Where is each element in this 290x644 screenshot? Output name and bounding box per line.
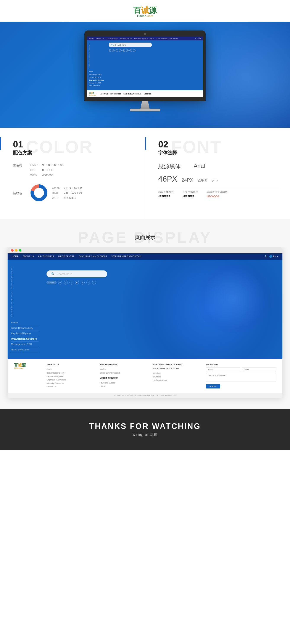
social-icon-tw[interactable]: t <box>129 49 132 52</box>
color-num: 01 <box>13 139 134 150</box>
footer-about-ceo[interactable]: Message from CEO <box>47 382 93 385</box>
screen-nav-key[interactable]: KEY BUSINESS <box>107 38 118 39</box>
sidebar-item-profile[interactable]: Profile <box>89 70 105 73</box>
browser-nav-about[interactable]: ABOUT US <box>23 255 34 258</box>
browser-nav-right: 🔍 🌐 EN ▾ <box>264 255 278 258</box>
social-icon-fb2[interactable]: f <box>133 49 135 52</box>
browser-search-bar[interactable]: 🔍 Search here <box>47 270 107 277</box>
secondary-color-row: 辅助色 CMYK8：71：62：0 RGB236：109：86 WEB#EC6D… <box>13 184 134 202</box>
monitor-stand-area <box>84 101 206 116</box>
social-fb2[interactable]: f <box>92 280 96 284</box>
sidebar-item-social[interactable]: Social Responsibility <box>89 73 105 76</box>
browser-inner: HOME ABOUT US KEY BUSINESS MEDIA CENTER … <box>8 253 282 359</box>
primary-color-info: CMYK93：88：89：80 RGB0：0：0 WEB#000000 <box>30 162 134 178</box>
social-icon-contact[interactable]: C <box>109 49 111 52</box>
social-icon-in[interactable]: in <box>112 49 115 52</box>
sidebar-org[interactable]: Organization Structure <box>11 336 39 342</box>
social-icon-yt[interactable]: ▶ <box>123 49 125 52</box>
browser-nav-global[interactable]: BAICHENGYUAN GLOBALE <box>79 255 107 258</box>
social-icon-fb[interactable]: f <box>116 49 118 52</box>
font-color-body: 正文字体颜色 #FFFFFF <box>182 190 198 198</box>
monitor-base <box>130 109 160 111</box>
footer-design: DESIGNIA BY LOGO VIP <box>156 394 176 396</box>
footer-about: ABOUT US Profile Social Responsibility K… <box>47 363 93 388</box>
browser-dot-red[interactable] <box>11 249 14 252</box>
sidebar-profile[interactable]: Profile <box>11 320 39 325</box>
footer-about-contact[interactable]: Contact Us <box>47 385 93 388</box>
social-tw[interactable]: t <box>86 280 90 284</box>
thanks-title: THANKS FOR WATCHING <box>0 422 290 431</box>
logo: 百诚源 100iec.com <box>133 6 157 18</box>
browser-dot-green[interactable] <box>19 249 22 252</box>
footer-name-input[interactable] <box>206 368 240 372</box>
sidebar-news[interactable]: News and Events <box>11 347 39 352</box>
social-icon-li[interactable]: in <box>126 49 129 52</box>
bottom-nav-key[interactable]: KEY BUSINESS <box>110 93 121 95</box>
social-yt[interactable]: ▶ <box>75 280 79 284</box>
footer-about-org[interactable]: Organization Structure <box>47 378 93 382</box>
footer-phone-input[interactable] <box>242 368 276 372</box>
footer-baichengyuan-title: BAICHENGYUAN GLOBAL <box>153 363 199 366</box>
font-content: 02 字体选择 思源黑体 Arial 46PX 24PX 20PX 14PX 标… <box>158 139 279 198</box>
sidebar-vert-label: LISTEN TO YOUR HEART THINK MORE DEEPLY <box>89 44 90 68</box>
footer-media-digital[interactable]: Digital <box>100 384 147 388</box>
footer-key-global[interactable]: Global Optimal Product <box>100 371 147 375</box>
footer-about-facts[interactable]: Key Facts&Figures <box>47 375 93 378</box>
footer-key-medical[interactable]: Medical <box>100 368 147 371</box>
thanks-section: THANKS FOR WATCHING wangjian网建 <box>0 409 290 450</box>
sidebar-item-org[interactable]: Organization Structure <box>89 79 105 82</box>
social-li2[interactable]: in <box>81 280 85 284</box>
bottom-nav-about[interactable]: ABOUT US <box>100 93 108 95</box>
primary-color-label: 主色调 <box>13 162 30 167</box>
bottom-nav-message[interactable]: MESSAGE <box>144 93 151 95</box>
social-gplus[interactable]: + <box>70 280 73 284</box>
browser-nav-key[interactable]: KEY BUSINESS <box>38 255 54 258</box>
sidebar-ceo[interactable]: Message from CEO <box>11 342 39 347</box>
sidebar-facts[interactable]: Key Facts&Figures <box>11 331 39 336</box>
screen-nav-star[interactable]: STAR FARMER ASSOCIATION <box>156 38 178 39</box>
footer-star-school[interactable]: Business School <box>153 378 199 382</box>
screen-nav-global[interactable]: BAICHENGYUAN GLOBALE <box>134 38 154 39</box>
social-fb[interactable]: f <box>64 280 68 284</box>
logo-chinese: 百诚源 <box>133 6 157 14</box>
social-icon-plus[interactable]: + <box>119 49 122 52</box>
sidebar-item-news[interactable]: News and Events <box>89 84 105 87</box>
browser-frame: HOME ABOUT US KEY BUSINESS MEDIA CENTER … <box>8 247 282 398</box>
browser-nav-star[interactable]: STAR FARMER ASSOCIATION <box>111 255 142 258</box>
footer-about-profile[interactable]: Profile <box>47 368 93 371</box>
browser-nav-media[interactable]: MEDIA CENTER <box>58 255 75 258</box>
browser-dot-yellow[interactable] <box>15 249 18 252</box>
monitor-chin <box>84 97 206 101</box>
screen-search-input[interactable] <box>115 44 148 46</box>
sidebar-social[interactable]: Social Responsibility <box>11 325 39 331</box>
browser-lang-icon[interactable]: 🌐 EN ▾ <box>269 255 278 258</box>
font-color-hover: 鼠标滑过字体颜色 #EC6D56 <box>207 190 227 198</box>
lang-icon[interactable]: EN▾ <box>198 38 201 39</box>
monitor-screen: HOME ABOUT US KEY BUSINESS MEDIA CENTER … <box>87 36 203 97</box>
font-display: 思源黑体 Arial <box>158 162 279 170</box>
footer-media-news[interactable]: News and Events <box>100 381 147 384</box>
social-contact-btn[interactable]: Contact <box>47 281 57 284</box>
footer-message-textarea[interactable] <box>206 373 276 382</box>
footer-star-trainners[interactable]: Trainners <box>153 375 199 378</box>
social-in[interactable]: in <box>58 280 62 284</box>
sidebar-item-facts[interactable]: Key Facts&Figures <box>89 76 105 79</box>
footer-star-members[interactable]: Members <box>153 372 199 375</box>
monitor-section: HOME ABOUT US KEY BUSINESS MEDIA CENTER … <box>0 22 290 128</box>
browser-search-icon[interactable]: 🔍 <box>264 255 267 258</box>
browser-sidebar: LISTEN TO YOUR HEART THINK MORE DEEPLY P… <box>8 260 42 359</box>
screen-search-bar[interactable]: 🔍 <box>109 42 152 47</box>
search-icon[interactable]: 🔍 <box>195 38 197 39</box>
bottom-nav-global[interactable]: BAICHENGYUAN GLOBAL <box>124 93 141 95</box>
sidebar-item-ceo[interactable]: Message from CEO <box>89 82 105 84</box>
font-color-row: 标题字体颜色 #FFFFFF 正文字体颜色 #FFFFFF 鼠标滑过字体颜色 #… <box>158 190 279 198</box>
screen-nav-home[interactable]: HOME <box>89 38 94 39</box>
color-panel: COLOR 01 配色方案 主色调 CMYK93：88：89：80 RGB0：0… <box>0 128 145 219</box>
browser-nav-home[interactable]: HOME <box>12 255 19 258</box>
footer-submit-button[interactable]: SUBMIT <box>206 384 220 388</box>
screen-nav-about[interactable]: ABOUT US <box>96 38 104 39</box>
secondary-color-info: CMYK8：71：62：0 RGB236：109：86 WEB#EC6D56 <box>52 185 134 200</box>
thanks-subtitle: wangjian网建 <box>0 432 290 437</box>
footer-about-social[interactable]: Social Responsibility <box>47 371 93 375</box>
screen-nav-media[interactable]: MEDIA CENTER <box>120 38 132 39</box>
